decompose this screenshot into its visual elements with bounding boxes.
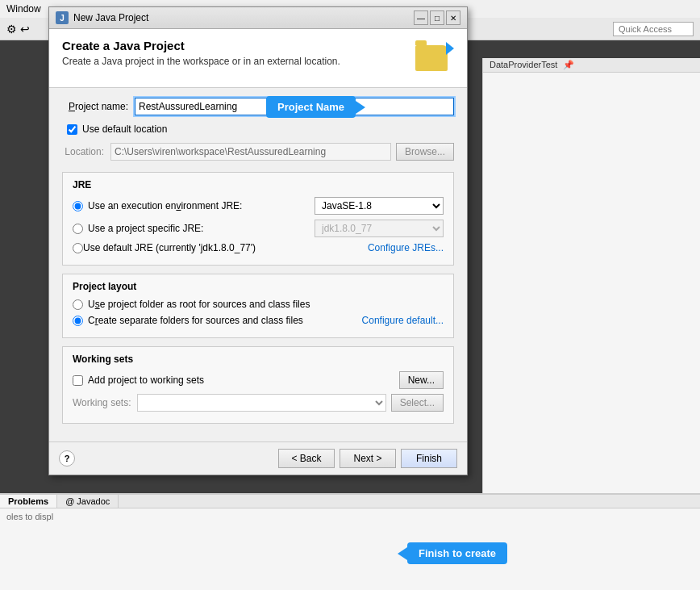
- jre-project-specific-select: jdk1.8.0_77: [315, 220, 444, 237]
- toolbar-icon-1: ⚙: [6, 23, 17, 36]
- use-default-location-label: Use default location: [82, 123, 167, 135]
- dialog-title-text: New Java Project: [73, 12, 409, 23]
- jre-section: JRE Use an execution environment JRE: Ja…: [62, 172, 454, 266]
- tab-javadoc-label: @ Javadoc: [65, 496, 110, 506]
- dialog-titlebar: J New Java Project — □ ✕: [49, 7, 467, 29]
- finish-tooltip: Finish to create: [407, 542, 507, 564]
- project-name-tooltip: Project Name: [266, 96, 356, 118]
- add-to-working-sets-checkbox[interactable]: [73, 375, 83, 386]
- layout-radio-separate-folders[interactable]: [73, 316, 83, 326]
- location-label: Location:: [62, 146, 110, 157]
- dialog-subtitle: Create a Java project in the workspace o…: [62, 56, 340, 67]
- project-layout-title: Project layout: [73, 281, 444, 292]
- location-input[interactable]: [110, 143, 391, 161]
- select-working-set-button[interactable]: Select...: [391, 394, 444, 412]
- browse-button[interactable]: Browse...: [396, 143, 454, 161]
- help-button[interactable]: ?: [59, 450, 75, 467]
- dialog-header-text: Create a Java Project Create a Java proj…: [62, 39, 340, 67]
- maximize-button[interactable]: □: [430, 10, 444, 25]
- jre-radio-execution-env[interactable]: [73, 201, 83, 211]
- working-sets-title: Working sets: [73, 354, 444, 365]
- tab-icon: 📌: [563, 60, 574, 69]
- layout-separate-folders-label: Create separate folders for sources and …: [88, 315, 362, 326]
- layout-option-separate-folders: Create separate folders for sources and …: [73, 315, 444, 326]
- project-layout-section: Project layout Use project folder as roo…: [62, 274, 454, 338]
- quick-access-input[interactable]: [613, 22, 694, 36]
- jre-default-label: Use default JRE (currently 'jdk1.8.0_77'…: [83, 242, 368, 253]
- minimize-button[interactable]: —: [414, 10, 428, 25]
- jre-option-default: Use default JRE (currently 'jdk1.8.0_77'…: [73, 242, 444, 253]
- location-row: Location: Browse...: [62, 143, 454, 161]
- layout-project-folder-label: Use project folder as root for sources a…: [88, 299, 444, 310]
- jre-project-specific-label: Use a project specific JRE:: [88, 223, 315, 234]
- new-java-project-dialog: J New Java Project — □ ✕ Create a Java P…: [48, 6, 468, 475]
- dialog-body: Project name: Use default location Locat…: [49, 88, 467, 441]
- next-button[interactable]: Next >: [340, 449, 396, 468]
- dialog-header: Create a Java Project Create a Java proj…: [49, 29, 467, 88]
- ide-left-panel: [0, 58, 48, 493]
- back-button[interactable]: < Back: [278, 449, 335, 468]
- jre-option-execution-env: Use an execution environment JRE: JavaSE…: [73, 197, 444, 215]
- bottom-content-text: oles to displ: [6, 512, 53, 521]
- tab-data-provider-test[interactable]: DataProviderTest: [490, 60, 557, 69]
- project-name-label: Project name:: [62, 101, 135, 112]
- menu-item-window[interactable]: Window: [6, 3, 41, 15]
- add-to-working-sets-label: Add project to working sets: [88, 375, 393, 386]
- working-sets-label: Working sets:: [73, 397, 137, 408]
- layout-radio-project-folder[interactable]: [73, 299, 83, 310]
- dialog-footer: ? < Back Next > Finish: [49, 441, 467, 475]
- layout-separate-left: Create separate folders for sources and …: [73, 315, 362, 326]
- working-sets-section: Working sets Add project to working sets…: [62, 346, 454, 424]
- project-name-row: Project name:: [62, 98, 454, 115]
- toolbar-icon-2: ↩: [20, 23, 30, 36]
- configure-default-link[interactable]: Configure default...: [362, 315, 444, 326]
- dialog-main-title: Create a Java Project: [62, 39, 340, 52]
- footer-left: ?: [59, 450, 75, 467]
- folder-icon: [415, 45, 448, 71]
- ide-right-panel: DataProviderTest 📌: [482, 58, 700, 493]
- working-sets-select[interactable]: [137, 394, 386, 412]
- jre-radio-project-specific[interactable]: [73, 224, 83, 234]
- add-to-working-sets-row: Add project to working sets New...: [73, 371, 444, 389]
- dialog-controls: — □ ✕: [414, 10, 460, 25]
- use-default-location-row: Use default location: [62, 123, 454, 135]
- jre-option-project-specific: Use a project specific JRE: jdk1.8.0_77: [73, 220, 444, 237]
- new-working-set-button[interactable]: New...: [399, 371, 444, 389]
- footer-right: < Back Next > Finish: [278, 449, 457, 468]
- configure-jres-link[interactable]: Configure JREs...: [368, 242, 444, 253]
- jre-radio-default[interactable]: [73, 243, 83, 253]
- ide-bottom-panel: Problems @ Javadoc oles to displ: [0, 493, 700, 590]
- tab-javadoc[interactable]: @ Javadoc: [57, 495, 119, 508]
- jre-section-title: JRE: [73, 179, 444, 190]
- use-default-location-checkbox[interactable]: [67, 124, 77, 135]
- working-sets-select-row: Working sets: Select...: [73, 394, 444, 412]
- ide-right-tab: DataProviderTest 📌: [483, 58, 700, 73]
- jre-execution-env-label: Use an execution environment JRE:: [88, 200, 315, 211]
- finish-button[interactable]: Finish: [401, 449, 457, 468]
- dialog-header-icon: [415, 39, 454, 77]
- folder-arrow-icon: [446, 42, 454, 55]
- tab-problems[interactable]: Problems: [0, 495, 57, 508]
- dialog-title-icon: J: [56, 11, 69, 24]
- layout-option-project-folder: Use project folder as root for sources a…: [73, 299, 444, 310]
- jre-execution-env-select[interactable]: JavaSE-1.8 JavaSE-11 JavaSE-17: [315, 197, 444, 215]
- tab-problems-label: Problems: [8, 496, 48, 506]
- close-button[interactable]: ✕: [446, 10, 460, 25]
- ide-bottom-tabs: Problems @ Javadoc: [0, 495, 700, 508]
- ide-bottom-content: oles to displ: [0, 508, 700, 525]
